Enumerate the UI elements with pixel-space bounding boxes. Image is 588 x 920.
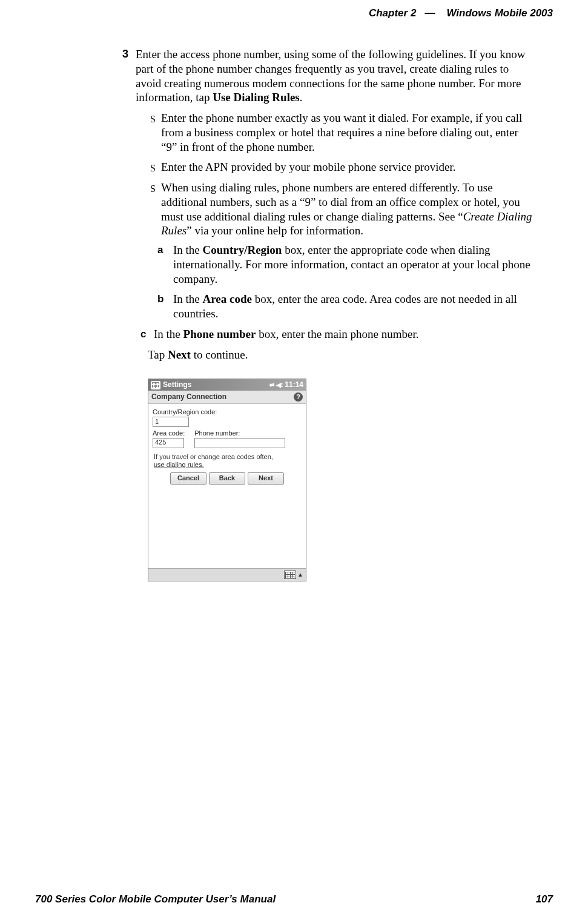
next-bold: Next <box>168 348 191 361</box>
country-region-bold: Country/Region <box>203 243 282 256</box>
pda-blank-area <box>148 489 306 568</box>
running-footer: 700 Series Color Mobile Computer User’s … <box>35 893 553 905</box>
area-label: Area code: <box>153 429 185 438</box>
sub-c-3: box, enter the main phone number. <box>256 328 418 340</box>
header-dash <box>419 7 424 19</box>
connectivity-icon[interactable]: ⇄ <box>269 382 274 389</box>
help-icon[interactable]: ? <box>294 392 303 402</box>
tap-3: to continue. <box>191 348 248 361</box>
next-button[interactable]: Next <box>248 472 284 485</box>
sub-b-label: b <box>157 293 164 305</box>
cancel-button[interactable]: Cancel <box>170 472 206 485</box>
header-title: Windows Mobile 2003 <box>446 7 553 19</box>
use-dialing-rules: Use Dialing Rules <box>213 91 300 104</box>
running-header: Chapter 2 — Windows Mobile 2003 <box>369 7 553 19</box>
phone-label: Phone number: <box>194 429 302 438</box>
bullet-3-c: ” via your online help for information. <box>187 224 363 237</box>
pda-subheader: Company Connection ? <box>148 391 306 404</box>
bullet-1-text: Enter the phone number exactly as you wa… <box>161 111 522 153</box>
bullet-icon: S <box>150 113 156 125</box>
header-chapter: Chapter <box>369 7 408 19</box>
sub-a-label: a <box>157 243 163 256</box>
tap-1: Tap <box>148 348 168 361</box>
bullet-icon: S <box>150 162 156 174</box>
keyboard-icon[interactable] <box>284 571 296 579</box>
phone-number-bold: Phone number <box>183 328 256 340</box>
sub-c-1: In the <box>154 328 183 340</box>
sub-b-1: In the <box>173 293 203 305</box>
pda-titlebar: Settings ⇄ ◀ε 11:14 <box>148 379 306 391</box>
step-number: 3 <box>122 47 128 61</box>
footer-title: 700 Series Color Mobile Computer User’s … <box>35 893 276 905</box>
phone-input[interactable] <box>194 438 285 448</box>
bullet-icon: S <box>150 183 156 195</box>
country-input[interactable]: 1 <box>153 417 189 427</box>
back-button[interactable]: Back <box>209 472 245 485</box>
pda-title: Settings <box>163 380 191 389</box>
sip-arrow-icon[interactable]: ▲ <box>297 571 303 579</box>
pda-bottombar: ▲ <box>148 568 306 581</box>
sub-a-1: In the <box>173 243 203 256</box>
step-intro-c: . <box>300 91 303 104</box>
hint-line1: If you travel or change area codes often… <box>154 453 273 460</box>
area-code-bold: Area code <box>203 293 252 305</box>
country-label: Country/Region code: <box>153 408 302 417</box>
page-number: 107 <box>536 893 553 905</box>
step-intro-a: Enter the access phone number, using som… <box>136 48 526 104</box>
start-icon[interactable] <box>151 381 160 389</box>
use-dialing-rules-link[interactable]: use dialing rules. <box>154 461 204 468</box>
area-input[interactable]: 425 <box>153 438 184 448</box>
bullet-2-text: Enter the APN provided by your mobile ph… <box>161 161 456 173</box>
device-screenshot: Settings ⇄ ◀ε 11:14 Company Connection ?… <box>148 379 306 581</box>
pda-page-title: Company Connection <box>151 392 226 402</box>
sub-c-label: c <box>140 328 146 340</box>
pda-clock: 11:14 <box>285 380 303 389</box>
volume-icon[interactable]: ◀ε <box>276 382 283 389</box>
